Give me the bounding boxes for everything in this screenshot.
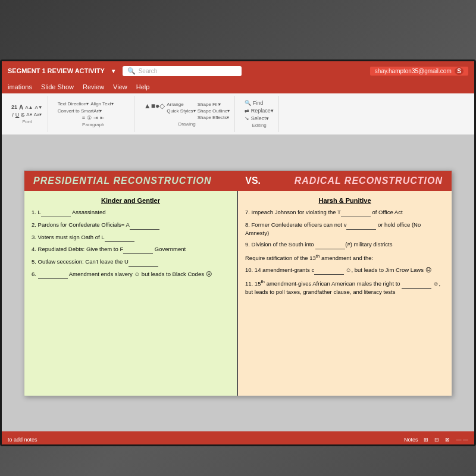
slide-header: PRESIDENTIAL RECONSTRUCTION VS. RADICAL … [24,171,452,191]
blank-9 [315,241,345,249]
font-shrink-btn[interactable]: A▼ [35,105,43,110]
shape-effects-btn[interactable]: Shape Effects▾ [198,115,230,120]
blank-2 [130,221,159,230]
right-item-7: 7. Impeach Johnson for violating the T o… [245,209,444,217]
left-panel-title: Kinder and Gentler [32,197,230,204]
blank-6 [38,271,68,279]
search-placeholder: Search [139,68,158,74]
slide: PRESIDENTIAL RECONSTRUCTION VS. RADICAL … [24,170,452,396]
indent-btn[interactable]: ⇥ [93,115,98,121]
shapes-panel[interactable]: ▲■●◇ [144,102,165,120]
add-notes-label: to add notes [8,437,37,443]
blank-7 [341,209,371,217]
italic-btn[interactable]: I [12,112,14,118]
menu-review[interactable]: Review [83,83,104,90]
right-item-9: 9. Division of the South into (#) milita… [245,241,444,249]
left-item-1: 1. L Assassinated [32,209,230,217]
left-item-2: 2. Pardons for Confederate Officials= A [32,221,230,230]
strikethrough-btn[interactable]: S [21,112,24,118]
search-bar[interactable]: 🔍 Search [123,66,242,76]
blank-10 [314,267,344,275]
menu-bar: imations Slide Show Review View Help [2,80,474,93]
slide-content: Kinder and Gentler 1. L Assassinated 2. … [24,191,452,396]
left-item-6: 6. Amendment ends slavery ☺ but leads to… [32,271,230,279]
find-btn[interactable]: 🔍 Find [245,100,274,106]
drawing-group-label: Drawing [178,121,195,127]
title-bar: SEGMENT 1 REVIEW ACTIVITY ▼ 🔍 Search sha… [2,61,474,80]
blank-1 [41,209,71,217]
paragraph-group-label: Paragraph [82,122,104,127]
font-grow-btn[interactable]: A▲ [25,105,33,110]
left-item-5: 5. Outlaw secession: Can't leave the U [32,258,230,267]
underline-btn[interactable]: U [15,112,20,118]
left-item-3: 3. Voters must sign Oath of L [32,234,230,242]
search-icon: 🔍 [127,67,136,75]
right-panel: Harsh & Punitive 7. Impeach Johnson for … [238,191,452,396]
blank-8 [346,221,376,230]
right-item-8: 8. Former Confederate officers can not v… [245,221,444,237]
quick-styles-btn[interactable]: Quick Styles▾ [167,108,195,114]
shape-controls: ▲■●◇ Arrange Quick Styles▾ Shape Fill▾ S… [144,102,230,120]
left-item-4: 4. Repudiated Debts: Give them to F Gove… [32,246,230,254]
shape-fill-btn[interactable]: Shape Fill▾ [198,102,230,107]
notes-btn[interactable]: Notes [404,437,418,443]
blank-5 [129,258,158,267]
view-grid-icon[interactable]: ⊟ [434,437,439,443]
arrange-btn[interactable]: Arrange [167,102,195,107]
text-direction-btn[interactable]: Text Direction▾ [58,101,89,107]
highlight-btn[interactable]: Aa▾ [34,112,42,118]
ribbon-paragraph-group: Text Direction▾ Align Text▾ Convert to S… [53,96,134,132]
blank-11 [402,280,431,289]
bold-btn[interactable]: A [19,104,23,111]
replace-btn[interactable]: ⇄ Replace▾ [245,108,274,114]
user-email: shay.hampton35@gmail.com [375,68,452,74]
convert-smartart-btn[interactable]: Convert to SmartArt▾ [58,108,102,114]
header-right: RADICAL RECONSTRUCTION [295,176,443,186]
blank-4 [123,246,153,254]
slide-area: PRESIDENTIAL RECONSTRUCTION VS. RADICAL … [2,135,474,431]
numbering-btn[interactable]: ① [87,115,92,121]
font-size-box[interactable]: 21 [11,104,17,110]
zoom-level: — — [456,437,468,443]
select-btn[interactable]: ↘ Select▾ [245,115,274,121]
header-left: PRESIDENTIAL RECONSTRUCTION [33,176,212,186]
align-left-btn[interactable]: ⇤ [100,115,105,121]
title-dropdown-icon[interactable]: ▼ [111,68,117,74]
font-group-label: Font [22,119,32,124]
paragraph-controls: Text Direction▾ Align Text▾ Convert to S… [58,101,129,114]
right-item-11: 11. 15th amendment-gives African America… [245,279,444,296]
font-controls: 21 A A▲ A▼ [11,104,43,111]
ribbon-editing-group: 🔍 Find ⇄ Replace▾ ↘ Select▾ Editing [240,96,279,132]
editing-group-label: Editing [252,123,266,128]
view-normal-icon[interactable]: ⊞ [424,437,428,443]
blank-3 [105,234,134,242]
right-panel-title: Harsh & Punitive [245,197,444,204]
shape-options: Arrange Quick Styles▾ [167,102,195,120]
right-require: Require ratification of the 13th amendme… [245,253,444,262]
list-controls: ≡ ① ⇥ ⇤ [82,115,105,121]
ribbon-font-group: 21 A A▲ A▼ I U S A▾ Aa▾ Font [7,96,48,132]
laptop-screen: SEGMENT 1 REVIEW ACTIVITY ▼ 🔍 Search sha… [0,60,476,446]
left-panel: Kinder and Gentler 1. L Assassinated 2. … [24,191,238,396]
menu-slideshow[interactable]: Slide Show [41,83,74,90]
menu-help[interactable]: Help [136,83,150,90]
app-title: SEGMENT 1 REVIEW ACTIVITY [8,67,105,74]
menu-animations[interactable]: imations [8,83,32,90]
ribbon: 21 A A▲ A▼ I U S A▾ Aa▾ Font Text Direct… [2,93,474,135]
menu-view[interactable]: View [113,83,127,90]
view-slide-icon[interactable]: ⊠ [445,437,450,443]
editing-controls: 🔍 Find ⇄ Replace▾ ↘ Select▾ [245,100,274,121]
shape-effects: Shape Fill▾ Shape Outline▾ Shape Effects… [198,102,230,120]
user-avatar: S [455,67,464,75]
shape-outline-btn[interactable]: Shape Outline▾ [198,108,230,114]
status-bar: to add notes Notes ⊞ ⊟ ⊠ — — [2,431,474,446]
ribbon-drawing-group: ▲■●◇ Arrange Quick Styles▾ Shape Fill▾ S… [139,96,236,132]
user-info: shay.hampton35@gmail.com S [370,67,468,76]
bullets-btn[interactable]: ≡ [82,115,85,121]
font-color-btn[interactable]: A▾ [26,112,32,118]
right-item-10: 10. 14 amendment-grants c ☺, but leads t… [245,267,444,275]
header-vs: VS. [245,176,261,186]
status-right: Notes ⊞ ⊟ ⊠ — — [404,437,468,443]
align-text-btn[interactable]: Align Text▾ [90,101,114,107]
